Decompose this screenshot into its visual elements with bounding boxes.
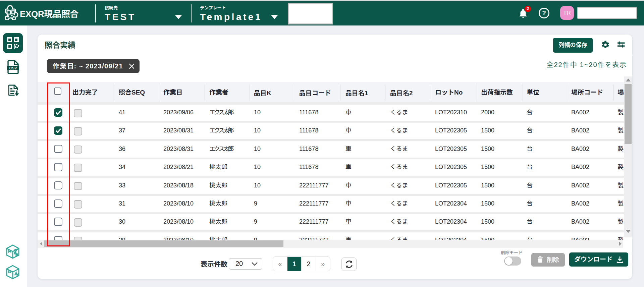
svg-text:CSV: CSV — [9, 66, 17, 70]
